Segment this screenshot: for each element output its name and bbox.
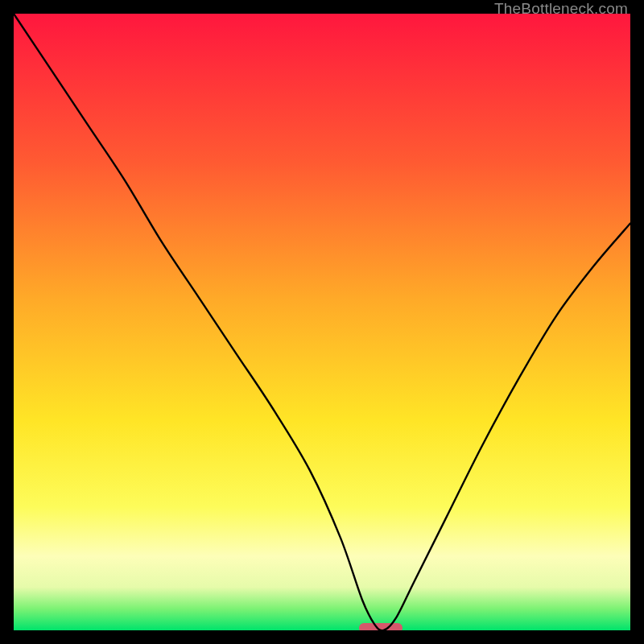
plot-area (14, 14, 630, 630)
bottleneck-curve (14, 14, 630, 630)
chart-frame: TheBottleneck.com (0, 0, 644, 644)
watermark-text: TheBottleneck.com (494, 0, 628, 18)
